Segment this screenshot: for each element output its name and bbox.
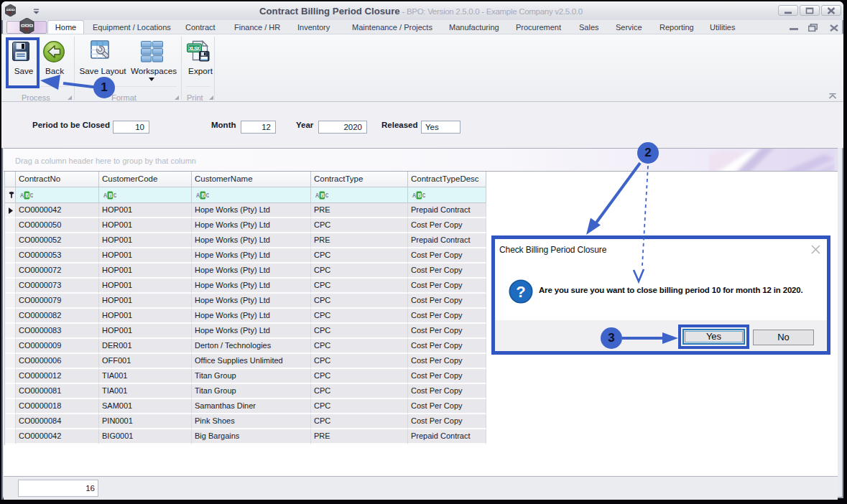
svg-text:C: C: [325, 192, 329, 200]
svg-text:A: A: [196, 192, 200, 200]
svg-text:B: B: [417, 192, 421, 200]
svg-text:A: A: [103, 192, 108, 200]
svg-text:C: C: [422, 192, 426, 200]
svg-text:B: B: [201, 192, 205, 200]
svg-text:?: ?: [516, 283, 525, 301]
svg-text:A: A: [412, 192, 417, 200]
svg-text:C: C: [206, 192, 210, 200]
svg-text:B: B: [320, 192, 324, 200]
svg-text:C: C: [114, 192, 117, 200]
svg-text:A: A: [315, 192, 320, 200]
svg-text:C: C: [30, 192, 34, 200]
svg-text:A: A: [20, 192, 24, 200]
svg-text:XLSX: XLSX: [189, 46, 200, 52]
svg-text:B: B: [108, 192, 112, 200]
svg-text:B: B: [25, 192, 29, 200]
